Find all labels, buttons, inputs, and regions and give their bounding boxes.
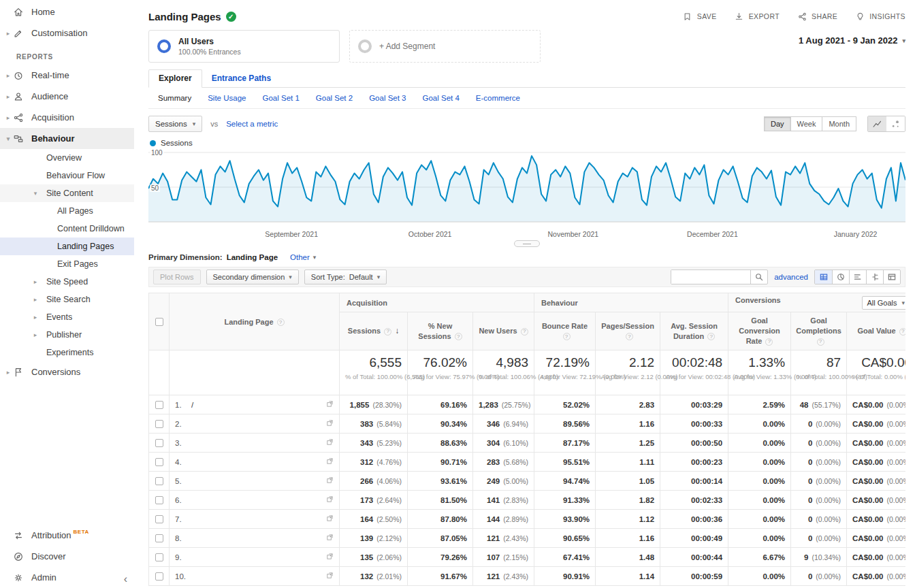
advanced-search-link[interactable]: advanced <box>774 273 808 281</box>
date-range-selector[interactable]: 1 Aug 2021 - 9 Jan 2022 ▾ <box>799 30 905 46</box>
behaviour-icon <box>12 133 25 145</box>
avg-session-duration-column-header[interactable]: Avg. Session Duration? <box>660 312 728 350</box>
goal-completions-column-header[interactable]: Goal Completions? <box>791 312 847 350</box>
sidebar-item-home[interactable]: Home <box>0 1 134 22</box>
secondary-dimension-dropdown[interactable]: Secondary dimension▾ <box>206 270 299 284</box>
row-checkbox[interactable] <box>155 420 163 428</box>
sidebar-item-site-search[interactable]: ▸Site Search <box>0 291 134 308</box>
row-checkbox[interactable] <box>155 553 163 561</box>
row-checkbox[interactable] <box>155 572 163 581</box>
sidebar-item-label: Behaviour Flow <box>46 171 105 180</box>
landing-page-column-header[interactable]: Landing Page? <box>170 293 340 350</box>
percentage-view-icon[interactable] <box>832 270 849 284</box>
sidebar-item-content-drilldown[interactable]: Content Drilldown <box>0 220 134 238</box>
new-sessions-column-header[interactable]: % New Sessions? <box>408 312 473 350</box>
pivot-view-icon[interactable] <box>883 270 900 284</box>
metric-dropdown[interactable]: Sessions ▾ <box>148 116 202 132</box>
subtab-goal-set-3[interactable]: Goal Set 3 <box>369 94 406 102</box>
sidebar-item-exit-pages[interactable]: Exit Pages <box>0 255 134 273</box>
granularity-week-button[interactable]: Week <box>790 116 823 131</box>
sidebar-item-landing-pages[interactable]: Landing Pages <box>0 238 134 255</box>
row-checkbox[interactable] <box>155 534 163 542</box>
row-checkbox[interactable] <box>155 496 163 504</box>
line-chart-button[interactable] <box>868 116 886 131</box>
tab-entrance-paths[interactable]: Entrance Paths <box>202 70 280 87</box>
new-sessions-cell: 90.34% <box>408 414 473 434</box>
sidebar-item-all-pages[interactable]: All Pages <box>0 202 134 220</box>
sidebar-item-site-speed[interactable]: ▸Site Speed <box>0 273 134 291</box>
add-segment-card[interactable]: + Add Segment <box>349 30 541 63</box>
open-page-icon[interactable] <box>326 553 334 561</box>
sidebar-item-overview[interactable]: Overview <box>0 149 134 167</box>
open-page-icon[interactable] <box>326 457 334 466</box>
sidebar-item-attribution[interactable]: AttributionBETA <box>0 525 134 546</box>
sidebar-item-acquisition[interactable]: ▸Acquisition <box>0 107 134 128</box>
row-checkbox[interactable] <box>155 515 163 523</box>
goal-value-column-header[interactable]: Goal Value? <box>847 312 905 350</box>
insights-button[interactable]: INSIGHTS <box>854 10 905 22</box>
sidebar-item-events[interactable]: ▸Events <box>0 308 134 326</box>
new-users-column-header[interactable]: New Users? <box>473 312 534 350</box>
sidebar-item-publisher[interactable]: ▸Publisher <box>0 326 134 344</box>
granularity-day-button[interactable]: Day <box>764 116 791 131</box>
open-page-icon[interactable] <box>326 514 334 523</box>
plot-rows-button[interactable]: Plot Rows <box>153 270 201 284</box>
motion-chart-button[interactable] <box>886 116 905 131</box>
dimension-landing-page[interactable]: Landing Page <box>227 253 278 261</box>
sidebar-item-label: Acquisition <box>31 112 74 122</box>
sort-type-dropdown[interactable]: Sort Type:Default▾ <box>304 270 387 284</box>
all-goals-dropdown[interactable]: All Goals▾ <box>862 296 905 310</box>
subtab-goal-set-4[interactable]: Goal Set 4 <box>423 94 460 102</box>
save-button[interactable]: SAVE <box>681 10 717 22</box>
row-checkbox[interactable] <box>155 401 163 409</box>
row-checkbox[interactable] <box>155 439 163 447</box>
bounce-rate-column-header[interactable]: Bounce Rate? <box>534 312 596 350</box>
sidebar-item-real-time[interactable]: ▸Real-time <box>0 65 134 86</box>
open-page-icon[interactable] <box>326 438 334 447</box>
share-button[interactable]: SHARE <box>796 10 837 22</box>
sidebar-item-behaviour-flow[interactable]: Behaviour Flow <box>0 167 134 184</box>
subtab-e-commerce[interactable]: E-commerce <box>476 94 520 102</box>
open-page-icon[interactable] <box>326 419 334 428</box>
sidebar-item-discover[interactable]: Discover <box>0 546 134 567</box>
sidebar-item-behaviour[interactable]: ▾Behaviour <box>0 128 134 149</box>
comparison-view-icon[interactable] <box>866 270 883 284</box>
search-icon[interactable] <box>750 270 767 284</box>
row-checkbox[interactable] <box>155 477 163 485</box>
subtab-site-usage[interactable]: Site Usage <box>208 94 246 102</box>
chart-scroll-handle[interactable] <box>514 240 540 247</box>
table-search-input[interactable] <box>671 270 750 284</box>
subtab-goal-set-1[interactable]: Goal Set 1 <box>262 94 299 102</box>
sidebar-item-experiments[interactable]: Experiments <box>0 344 134 361</box>
open-page-icon[interactable] <box>326 495 334 504</box>
goal-conversion-rate-column-header[interactable]: Goal Conversion Rate? <box>728 312 791 350</box>
subtab-goal-set-2[interactable]: Goal Set 2 <box>316 94 353 102</box>
open-page-icon[interactable] <box>326 476 334 485</box>
data-table-view-icon[interactable] <box>815 270 832 284</box>
sidebar-item-site-content[interactable]: ▾Site Content <box>0 184 134 202</box>
tab-explorer[interactable]: Explorer <box>148 69 202 88</box>
all-users-segment-card[interactable]: All Users 100.00% Entrances <box>148 30 340 63</box>
chart-plot[interactable]: 100 50 <box>148 150 905 230</box>
sidebar-item-conversions[interactable]: ▸Conversions <box>0 361 134 382</box>
dimension-other-dropdown[interactable]: Other▾ <box>290 253 316 261</box>
performance-view-icon[interactable] <box>849 270 866 284</box>
date-range-text: 1 Aug 2021 - 9 Jan 2022 <box>799 35 898 46</box>
open-page-icon[interactable] <box>326 534 334 542</box>
granularity-month-button[interactable]: Month <box>822 116 856 131</box>
row-checkbox[interactable] <box>155 458 163 466</box>
sidebar-item-customisation[interactable]: ▸Customisation <box>0 22 134 44</box>
row-index: 2. <box>175 420 187 428</box>
subtab-summary[interactable]: Summary <box>158 94 191 102</box>
sidebar-item-admin[interactable]: Admin <box>0 567 134 588</box>
select-metric-link[interactable]: Select a metric <box>226 120 278 128</box>
pages-session-column-header[interactable]: Pages/Session? <box>596 312 660 350</box>
export-button[interactable]: EXPORT <box>733 10 780 22</box>
open-page-icon[interactable] <box>326 400 334 409</box>
select-all-checkbox[interactable] <box>155 318 163 326</box>
landing-page-link[interactable]: / <box>191 401 322 409</box>
sessions-column-header[interactable]: Sessions?↓ <box>340 312 408 350</box>
sidebar-item-audience[interactable]: ▸Audience <box>0 86 134 107</box>
sidebar-collapse-button[interactable]: ‹ <box>124 573 127 585</box>
open-page-icon[interactable] <box>326 572 334 581</box>
